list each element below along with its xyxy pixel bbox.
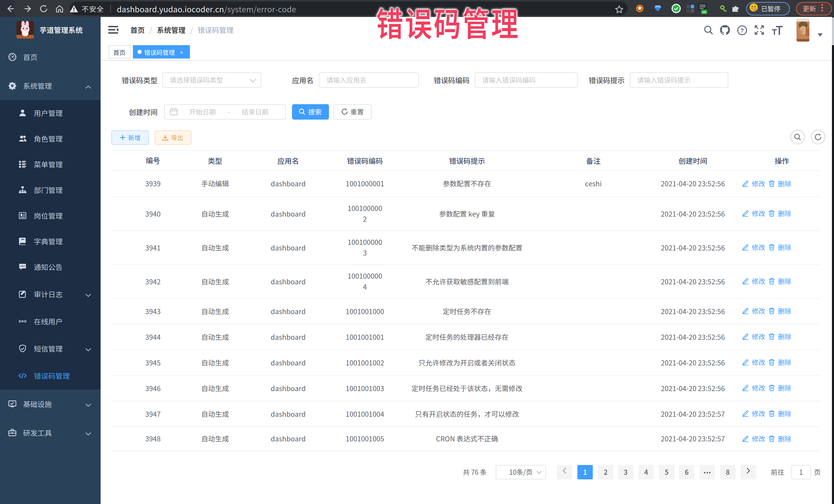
svg-text:on: on <box>702 10 706 14</box>
svg-text:?: ? <box>740 27 744 34</box>
